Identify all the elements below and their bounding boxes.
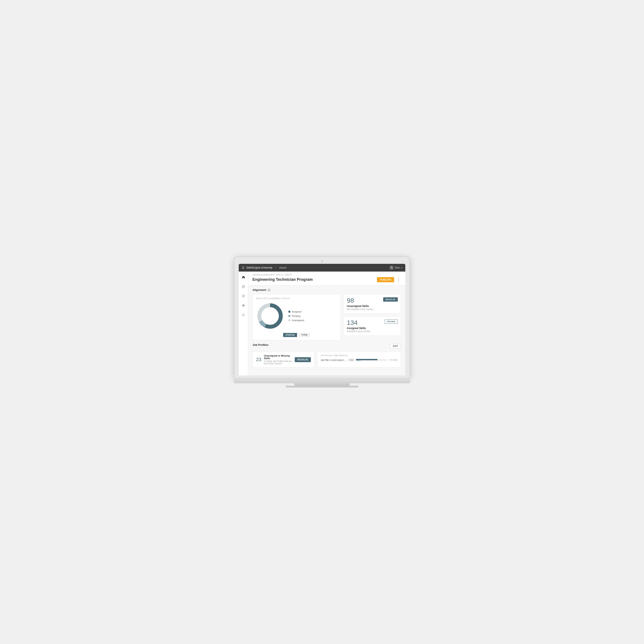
sidebar-item-shield[interactable]: [240, 293, 246, 299]
more-options-button[interactable]: ⋮: [396, 277, 401, 283]
user-avatar[interactable]: [389, 266, 394, 270]
legend-item-pending: Pending: [288, 315, 304, 317]
breadcrumb-part2: REV. 3: [276, 274, 283, 276]
assigned-label: Assigned Skills: [347, 327, 397, 330]
breadcrumb-part1: AWARD DASHBOARD: [252, 274, 274, 276]
nav-right: Max ▾: [389, 266, 402, 270]
job-bar-track: [356, 359, 387, 361]
user-chevron-icon[interactable]: ▾: [401, 267, 402, 269]
alignment-cards: SKILLS BY ALIGNMENT STATUS: [252, 294, 401, 340]
sidebar-item-gear[interactable]: [240, 312, 246, 318]
page-title: Engineering Technician Program: [252, 277, 313, 282]
nav-section: Award: [279, 266, 286, 269]
nav-left: ☰ SkillsEngine-University > Award: [242, 266, 286, 269]
tab-status[interactable]: STATUS: [283, 333, 297, 337]
alignment-section: Alignment ? SKILLS BY ALIGNMENT STATUS: [252, 288, 401, 340]
sidebar: [239, 272, 248, 375]
top-nav: ☰ SkillsEngine-University > Award Max: [239, 264, 405, 272]
chart-card: SKILLS BY ALIGNMENT STATUS: [252, 294, 341, 340]
laptop-stand: [294, 383, 350, 386]
app-container: ☰ SkillsEngine-University > Award Max: [239, 264, 405, 375]
resolve-button[interactable]: RESOLVE: [383, 297, 398, 302]
nav-separator: >: [275, 266, 276, 269]
main-layout: AWARD DASHBOARD / REV. 3 / DRAFT Enginee…: [239, 272, 405, 375]
page-title-row: Engineering Technician Program PUBLISH ⋮: [252, 277, 401, 283]
laptop-screen: ☰ SkillsEngine-University > Award Max: [239, 264, 405, 375]
legend-item-unassigned: Unassigned: [288, 319, 304, 322]
review-button[interactable]: REVIEW: [385, 319, 398, 324]
chart-legend: Assigned Pending: [288, 310, 304, 322]
breadcrumb-sep2: /: [284, 274, 284, 276]
stat-card-assigned: 134 Assigned Skills Included in your cou…: [343, 316, 401, 336]
laptop-foot: [286, 386, 358, 387]
screen-bezel: ☰ SkillsEngine-University > Award Max: [234, 257, 410, 378]
hamburger-icon[interactable]: ☰: [242, 266, 245, 269]
tab-type[interactable]: TYPE: [299, 333, 310, 337]
job-status-title: STATUS BY JOB PROFILE: [321, 354, 397, 357]
job-profiles-left-card: 23 Unassigned or Missing Skills In Targe…: [252, 352, 314, 368]
job-bar-badge: + 31: [348, 359, 354, 361]
legend-assigned-label: Assigned: [292, 310, 301, 313]
breadcrumb-sep1: /: [275, 274, 275, 276]
breadcrumb-part3: DRAFT: [285, 274, 292, 276]
alignment-section-title: Alignment ?: [252, 288, 401, 292]
svg-point-5: [243, 314, 244, 315]
chart-content: Assigned Pending: [256, 302, 337, 330]
job-bar-row: Job Title 1 Lorem Ipsum Dolor + 31 178 S…: [321, 359, 397, 361]
job-missing-sub: In Target Job Profiles that are not in a…: [264, 360, 292, 365]
chart-card-title: SKILLS BY ALIGNMENT STATUS: [256, 297, 337, 299]
job-profiles-right-card: STATUS BY JOB PROFILE Job Title 1 Lorem …: [317, 352, 401, 368]
laptop-shell: ☰ SkillsEngine-University > Award Max: [234, 257, 410, 387]
job-resolve-button[interactable]: RESOLVE: [295, 357, 311, 362]
job-bar-skills-count: 178 Skills: [389, 359, 397, 361]
job-missing-label: Unassigned or Missing Skills: [264, 354, 292, 360]
stats-cards: 98 Unassigned Skills Not included in any…: [343, 294, 401, 340]
publish-button[interactable]: PUBLISH: [377, 277, 394, 282]
job-missing-count: 23: [256, 357, 261, 362]
nav-brand: SkillsEngine-University: [246, 266, 272, 269]
breadcrumb: AWARD DASHBOARD / REV. 3 / DRAFT: [252, 274, 401, 276]
sidebar-item-document[interactable]: [240, 284, 246, 290]
content-area: AWARD DASHBOARD / REV. 3 / DRAFT Enginee…: [248, 272, 405, 375]
unassigned-label: Unassigned Skills: [347, 305, 397, 308]
page-header: AWARD DASHBOARD / REV. 3 / DRAFT Enginee…: [248, 272, 405, 285]
user-name: Max: [395, 266, 400, 269]
sidebar-item-home[interactable]: [240, 274, 246, 280]
job-profiles-content: 23 Unassigned or Missing Skills In Targe…: [252, 352, 401, 368]
edit-button[interactable]: EDIT: [390, 344, 401, 348]
stat-card-unassigned: 98 Unassigned Skills Not included in any…: [343, 294, 401, 314]
chart-tabs: STATUS TYPE: [256, 333, 337, 337]
sidebar-item-cap[interactable]: [240, 302, 246, 308]
legend-pending-label: Pending: [292, 315, 300, 317]
job-profiles-title: Job Profiles: [252, 343, 268, 346]
camera-notch: [321, 260, 323, 262]
page-actions: PUBLISH ⋮: [377, 277, 401, 283]
job-profiles-section: Job Profiles EDIT 23 Unassigned or Missi…: [252, 343, 401, 368]
job-bar-label: Job Title 1 Lorem Ipsum Dolor: [321, 359, 346, 361]
job-profiles-header: Job Profiles EDIT: [252, 343, 401, 349]
job-info: Unassigned or Missing Skills In Target J…: [264, 354, 292, 365]
legend-item-assigned: Assigned: [288, 310, 304, 313]
unassigned-sublabel: Not included in any courses: [347, 308, 397, 310]
laptop-base: [234, 378, 410, 383]
alignment-info-icon[interactable]: ?: [267, 289, 270, 292]
legend-unassigned-label: Unassigned: [292, 319, 304, 322]
assigned-sublabel: Included in your courses: [347, 330, 397, 333]
donut-chart: [256, 302, 284, 330]
